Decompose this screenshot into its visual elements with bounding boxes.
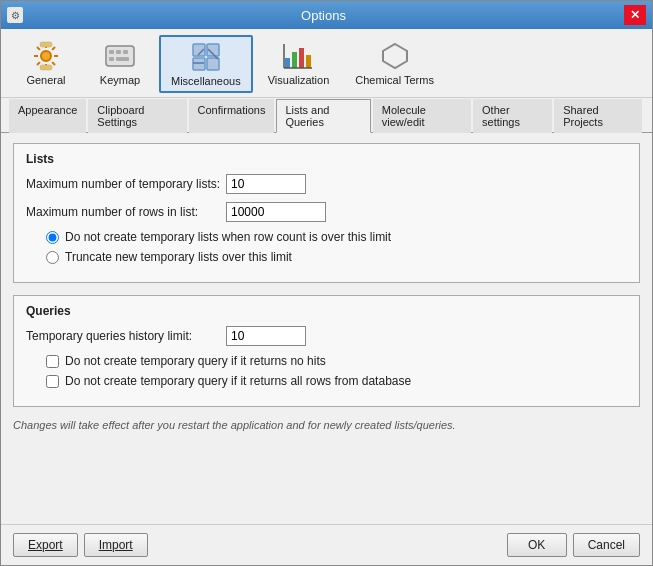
temp-queries-label: Temporary queries history limit: [26, 329, 226, 343]
content-area: Lists Maximum number of temporary lists:… [1, 133, 652, 524]
note-text: Changes will take effect after you resta… [13, 419, 640, 431]
ok-button[interactable]: OK [507, 533, 567, 557]
keymap-icon [104, 40, 136, 72]
checkbox-no-hits[interactable] [46, 355, 59, 368]
tab-shared-projects[interactable]: Shared Projects [554, 99, 642, 133]
tab-lists-and-queries[interactable]: Lists and Queries [276, 99, 370, 133]
radio-truncate-row: Truncate new temporary lists over this l… [46, 250, 627, 264]
max-rows-row: Maximum number of rows in list: [26, 202, 627, 222]
svg-rect-7 [109, 57, 114, 61]
tab-other-settings[interactable]: Other settings [473, 99, 552, 133]
misc-icon [190, 41, 222, 73]
bottom-bar: Export Import OK Cancel [1, 524, 652, 565]
tab-clipboard-settings[interactable]: Clipboard Settings [88, 99, 186, 133]
title-bar: ⚙ Options ✕ [1, 1, 652, 29]
checkbox-all-rows[interactable] [46, 375, 59, 388]
checkbox-all-rows-label: Do not create temporary query if it retu… [65, 374, 411, 388]
toolbar: General Keymap [1, 29, 652, 98]
toolbar-miscellaneous[interactable]: Miscellaneous [159, 35, 253, 93]
queries-section: Queries Temporary queries history limit:… [13, 295, 640, 407]
bottom-right-buttons: OK Cancel [507, 533, 640, 557]
tab-molecule-viewedit[interactable]: Molecule view/edit [373, 99, 471, 133]
temp-queries-row: Temporary queries history limit: [26, 326, 627, 346]
svg-rect-16 [285, 58, 290, 68]
max-temp-lists-row: Maximum number of temporary lists: [26, 174, 627, 194]
svg-rect-18 [299, 48, 304, 68]
max-temp-lists-input[interactable] [226, 174, 306, 194]
temp-queries-input[interactable] [226, 326, 306, 346]
options-window: ⚙ Options ✕ General [0, 0, 653, 566]
export-button[interactable]: Export [13, 533, 78, 557]
checkbox-no-hits-label: Do not create temporary query if it retu… [65, 354, 326, 368]
bottom-left-buttons: Export Import [13, 533, 148, 557]
tab-appearance[interactable]: Appearance [9, 99, 86, 133]
max-temp-lists-label: Maximum number of temporary lists: [26, 177, 226, 191]
toolbar-keymap-label: Keymap [100, 74, 140, 86]
max-rows-label: Maximum number of rows in list: [26, 205, 226, 219]
svg-rect-12 [207, 58, 219, 70]
svg-rect-8 [116, 57, 129, 61]
radio-truncate[interactable] [46, 251, 59, 264]
close-button[interactable]: ✕ [624, 5, 646, 25]
svg-rect-3 [106, 46, 134, 66]
svg-rect-6 [123, 50, 128, 54]
svg-point-0 [41, 51, 51, 61]
gear-icon [30, 40, 62, 72]
checkbox-no-hits-row: Do not create temporary query if it retu… [46, 354, 627, 368]
cancel-button[interactable]: Cancel [573, 533, 640, 557]
radio-no-create[interactable] [46, 231, 59, 244]
svg-rect-17 [292, 52, 297, 68]
svg-marker-22 [383, 44, 407, 68]
toolbar-chem-label: Chemical Terms [355, 74, 434, 86]
toolbar-chemical-terms[interactable]: Chemical Terms [344, 35, 445, 93]
lists-section: Lists Maximum number of temporary lists:… [13, 143, 640, 283]
svg-rect-11 [193, 58, 205, 70]
toolbar-visualization[interactable]: Visualization [257, 35, 341, 93]
svg-rect-4 [109, 50, 114, 54]
tab-confirmations[interactable]: Confirmations [189, 99, 275, 133]
svg-rect-5 [116, 50, 121, 54]
tabs-row: Appearance Clipboard Settings Confirmati… [1, 98, 652, 133]
radio-truncate-label: Truncate new temporary lists over this l… [65, 250, 292, 264]
radio-no-create-row: Do not create temporary lists when row c… [46, 230, 627, 244]
queries-section-title: Queries [26, 304, 627, 318]
toolbar-keymap[interactable]: Keymap [85, 35, 155, 93]
viz-icon [282, 40, 314, 72]
window-title: Options [23, 8, 624, 23]
lists-section-title: Lists [26, 152, 627, 166]
toolbar-viz-label: Visualization [268, 74, 330, 86]
max-rows-input[interactable] [226, 202, 326, 222]
svg-rect-1 [40, 42, 52, 47]
toolbar-general-label: General [26, 74, 65, 86]
svg-rect-2 [40, 65, 52, 70]
window-icon: ⚙ [7, 7, 23, 23]
chem-icon [379, 40, 411, 72]
svg-rect-19 [306, 55, 311, 68]
toolbar-misc-label: Miscellaneous [171, 75, 241, 87]
checkbox-all-rows-row: Do not create temporary query if it retu… [46, 374, 627, 388]
radio-no-create-label: Do not create temporary lists when row c… [65, 230, 391, 244]
import-button[interactable]: Import [84, 533, 148, 557]
toolbar-general[interactable]: General [11, 35, 81, 93]
